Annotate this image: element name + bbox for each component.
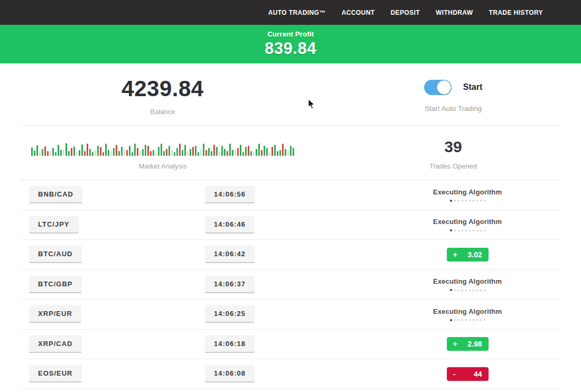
- progress-dot: [473, 230, 474, 231]
- progress-dot: [469, 200, 471, 201]
- chart-bar: [208, 148, 210, 156]
- pair-cell: LTC/JPY: [21, 216, 79, 234]
- balance-block: 4239.84 Balance: [0, 67, 325, 125]
- chart-bar: [153, 150, 154, 156]
- progress-dot: [484, 290, 485, 291]
- progress-dot: [476, 319, 478, 321]
- chart-bar: [174, 152, 175, 156]
- time-button[interactable]: 14:06:18: [205, 335, 255, 353]
- progress-dots: [450, 229, 485, 231]
- pair-button[interactable]: BTC/AUD: [29, 246, 82, 263]
- executing-label: Executing Algorithm: [433, 188, 502, 196]
- chart-bar: [92, 152, 93, 156]
- chart-bar: [282, 144, 284, 156]
- time-button[interactable]: 14:06:37: [205, 276, 255, 293]
- progress-dot: [462, 200, 463, 201]
- badge-value: 3.02: [467, 250, 482, 259]
- chart-bar: [258, 144, 260, 156]
- chart-bar: [44, 146, 46, 156]
- auto-trading-page: AUTO TRADING™ACCOUNTDEPOSITWITHDRAWTRADE…: [0, 0, 581, 392]
- chart-bar: [65, 143, 67, 156]
- progress-dot: [476, 290, 478, 291]
- auto-trading-caption: Start Auto Trading: [425, 105, 482, 113]
- chart-bar: [132, 152, 133, 156]
- pair-cell: BTC/AUD: [21, 246, 82, 263]
- time-button[interactable]: 14:06:08: [205, 365, 255, 382]
- progress-dot: [454, 230, 456, 231]
- table-row: BNB/CAD14:06:56Executing Algorithm: [21, 180, 560, 210]
- progress-dot: [454, 290, 456, 291]
- chart-bar: [79, 150, 80, 156]
- pair-button[interactable]: BTC/GBP: [29, 276, 82, 293]
- chart-bar: [60, 150, 62, 156]
- chart-bar: [158, 147, 160, 156]
- balance-label: Balance: [151, 108, 175, 116]
- nav-item-withdraw[interactable]: WITHDRAW: [435, 6, 474, 20]
- progress-dot: [458, 200, 460, 201]
- nav-item-auto-trading[interactable]: AUTO TRADING™: [267, 6, 327, 20]
- top-nav: AUTO TRADING™ACCOUNTDEPOSITWITHDRAWTRADE…: [0, 0, 581, 25]
- chart-bar: [108, 150, 109, 156]
- progress-dots: [450, 289, 485, 291]
- chart-bar: [147, 146, 149, 156]
- chart-bar: [73, 146, 75, 156]
- time-button[interactable]: 14:06:25: [205, 305, 255, 323]
- nav-item-account[interactable]: ACCOUNT: [341, 6, 376, 20]
- chart-bar: [39, 152, 41, 156]
- trades-opened-block: 39 Trades Opened: [325, 128, 581, 180]
- chart-bar: [63, 149, 64, 156]
- pair-button[interactable]: LTC/JPY: [29, 216, 79, 234]
- progress-dot: [484, 319, 485, 321]
- chart-bar: [105, 144, 107, 156]
- pair-cell: XRP/CAD: [21, 335, 82, 353]
- chart-bar: [124, 149, 125, 156]
- chart-bar: [176, 148, 178, 156]
- auto-trading-toggle[interactable]: [424, 80, 452, 95]
- chart-bar: [163, 151, 165, 156]
- trades-table: BNB/CAD14:06:56Executing AlgorithmLTC/JP…: [21, 180, 560, 389]
- chart-bar: [190, 149, 191, 156]
- loss-badge: -44: [447, 367, 489, 381]
- time-cell: 14:06:56: [205, 186, 255, 203]
- nav-item-trade-history[interactable]: TRADE HISTORY: [488, 6, 544, 20]
- status-cell: +3.02: [447, 248, 489, 262]
- progress-dot: [484, 200, 485, 201]
- chart-bar: [121, 147, 123, 156]
- chart-bar: [266, 148, 268, 156]
- status-cell: -44: [447, 367, 489, 381]
- time-button[interactable]: 14:06:46: [205, 216, 255, 234]
- progress-dot: [484, 230, 485, 231]
- time-button[interactable]: 14:06:42: [205, 246, 255, 263]
- chart-bar: [205, 150, 207, 156]
- pair-button[interactable]: BNB/CAD: [29, 186, 82, 203]
- chart-bar: [203, 144, 204, 156]
- nav-item-deposit[interactable]: DEPOSIT: [389, 6, 420, 20]
- pair-button[interactable]: EOS/EUR: [29, 365, 82, 382]
- chart-bar: [213, 145, 215, 156]
- progress-dot: [450, 289, 452, 291]
- progress-dot: [465, 200, 467, 201]
- status-cell: Executing Algorithm: [433, 307, 502, 321]
- chart-bar: [129, 146, 130, 156]
- chart-bar: [42, 149, 43, 156]
- chart-bar: [102, 152, 104, 156]
- chart-bar: [168, 146, 170, 156]
- chart-bar: [274, 145, 276, 156]
- chart-bar: [76, 152, 78, 156]
- progress-dot: [450, 319, 452, 321]
- pair-button[interactable]: XRP/EUR: [29, 305, 81, 323]
- time-cell: 14:06:18: [205, 335, 255, 353]
- pair-cell: XRP/EUR: [21, 305, 81, 323]
- progress-dot: [458, 290, 460, 291]
- chart-bar: [81, 144, 83, 156]
- market-analysis-chart: [31, 138, 294, 156]
- time-cell: 14:06:37: [205, 276, 255, 293]
- progress-dot: [450, 200, 452, 202]
- executing-label: Executing Algorithm: [433, 277, 502, 285]
- status-cell: +2.98: [447, 337, 489, 351]
- pair-button[interactable]: XRP/CAD: [29, 335, 82, 353]
- auto-trading-block: Start Start Auto Trading: [325, 67, 581, 125]
- badge-value: 2.98: [467, 340, 482, 348]
- time-button[interactable]: 14:06:56: [205, 186, 255, 203]
- progress-dot: [473, 200, 474, 201]
